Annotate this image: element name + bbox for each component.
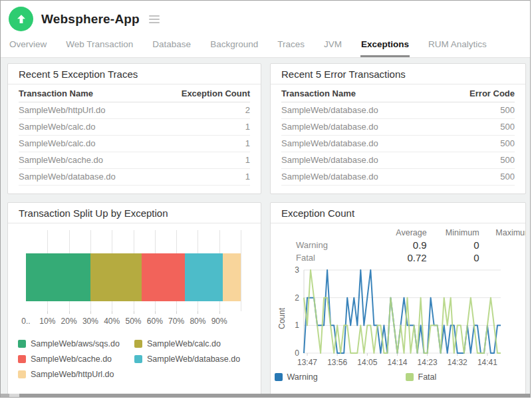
legend-swatch-icon: [406, 373, 414, 381]
legend-swatch-icon: [18, 370, 26, 378]
axis-tick-label: 14:23: [418, 358, 438, 367]
exception-count: 1: [154, 136, 250, 152]
table-row[interactable]: SampleWeb/database.do500: [281, 169, 515, 186]
exception-count: 1: [154, 119, 250, 136]
monitor-status-icon: [9, 7, 33, 31]
exception-stats-table: Average Minimum Maximum Warning 0.9 0 3: [271, 227, 525, 264]
transaction-name: SampleWeb/database.do: [281, 169, 440, 186]
stat-row-fatal: Fatal 0.72 0 3: [271, 251, 525, 264]
axis-tick: [134, 311, 134, 314]
split-bar-legend: SampleWeb/aws/sqs.doSampleWeb/calc.doSam…: [18, 339, 251, 379]
legend-swatch-icon: [134, 355, 142, 363]
panel-title: Recent 5 Exception Traces: [8, 64, 261, 84]
axis-tick-label: 14:32: [448, 358, 467, 367]
axis-tick: [90, 311, 91, 314]
x-axis-tick-label: 60%: [147, 317, 163, 326]
column-header: Transaction Name: [281, 84, 440, 102]
table-row[interactable]: SampleWeb/httpUrl.do2: [19, 102, 250, 119]
table-row[interactable]: SampleWeb/database.do500: [281, 152, 515, 169]
stat-value: 3: [481, 251, 525, 264]
legend-swatch-icon: [134, 340, 142, 348]
panel-title: Recent 5 Error Transactions: [271, 64, 525, 84]
legend-item[interactable]: SampleWeb/calc.do: [134, 339, 251, 348]
panel-error-transactions: Recent 5 Error Transactions Transaction …: [270, 63, 526, 194]
axis-tick: [69, 311, 70, 314]
exception-count: 1: [154, 169, 250, 186]
exception-count: 2: [154, 102, 250, 119]
legend-swatch-icon: [18, 355, 26, 363]
table-row[interactable]: SampleWeb/database.do500: [281, 102, 515, 119]
exception-count-chart: 012313:4713:5614:0514:1414:2314:3214:41: [287, 267, 506, 372]
bar-segment[interactable]: [142, 253, 185, 301]
stat-value: 0: [428, 239, 481, 251]
x-axis-tick-label: 20%: [61, 317, 77, 326]
column-header: Exception Count: [154, 84, 250, 102]
legend-swatch-icon: [275, 373, 283, 381]
bar-segment[interactable]: [223, 253, 241, 301]
x-axis-tick-label: 70%: [168, 317, 184, 326]
tab-background[interactable]: Background: [209, 34, 259, 57]
legend-item[interactable]: Fatal: [406, 372, 522, 382]
table-row[interactable]: SampleWeb/calc.do1: [19, 136, 250, 152]
axis-tick: [47, 311, 48, 314]
hamburger-menu-icon[interactable]: [146, 13, 162, 26]
exception-traces-table: Transaction Name Exception Count SampleW…: [19, 84, 250, 186]
gridline: [241, 230, 241, 311]
transaction-name: SampleWeb/database.do: [281, 152, 440, 169]
stat-column-header: Maximum: [481, 227, 525, 239]
legend-label: SampleWeb/aws/sqs.do: [31, 339, 120, 348]
tab-traces[interactable]: Traces: [277, 34, 305, 57]
app-header: Websphere-App Overview Web Transaction D…: [1, 1, 530, 58]
legend-item[interactable]: SampleWeb/cache.do: [18, 354, 134, 364]
table-row[interactable]: SampleWeb/cache.do1: [19, 152, 250, 169]
bar-segment[interactable]: [185, 253, 223, 301]
column-header: Transaction Name: [19, 84, 154, 102]
transaction-name: SampleWeb/httpUrl.do: [19, 102, 154, 119]
tab-bar: Overview Web Transaction Database Backgr…: [1, 34, 530, 57]
tab-web-transaction[interactable]: Web Transaction: [65, 34, 134, 57]
x-axis-tick-label: 50%: [125, 317, 141, 326]
bar-segment[interactable]: [90, 253, 142, 301]
dashboard-screen: Websphere-App Overview Web Transaction D…: [0, 0, 531, 398]
stat-value: 3: [481, 239, 525, 251]
legend-item[interactable]: Warning: [275, 372, 391, 382]
tab-rum-analytics[interactable]: RUM Analytics: [428, 34, 487, 57]
transaction-name: SampleWeb/database.do: [19, 169, 154, 186]
error-code: 500: [440, 152, 515, 169]
legend-item[interactable]: SampleWeb/httpUrl.do: [18, 370, 134, 379]
scrollbar-thumb[interactable]: [19, 394, 530, 397]
axis-tick-label: 3: [295, 267, 299, 275]
tab-database[interactable]: Database: [152, 34, 192, 57]
table-row[interactable]: SampleWeb/database.do1: [19, 169, 250, 186]
y-axis-label: Count: [277, 279, 287, 358]
legend-item[interactable]: SampleWeb/aws/sqs.do: [18, 339, 134, 348]
horizontal-scrollbar[interactable]: [1, 394, 530, 397]
panel-exception-count: Exception Count Average Minimum Maximum: [270, 202, 526, 395]
axis-tick-label: 13:47: [297, 358, 317, 367]
axis-tick: [198, 311, 198, 314]
x-axis-tick-label: 40%: [104, 317, 120, 326]
table-row[interactable]: SampleWeb/database.do500: [281, 136, 515, 152]
panel-title: Transaction Split Up by Exception: [8, 203, 261, 223]
tab-jvm[interactable]: JVM: [323, 34, 342, 57]
stat-value: 0: [428, 251, 481, 264]
error-code: 500: [440, 102, 515, 119]
stat-column-header: Minimum: [428, 227, 481, 239]
series-label: Warning: [271, 239, 362, 251]
table-row[interactable]: SampleWeb/calc.do1: [19, 119, 250, 136]
legend-item[interactable]: SampleWeb/database.do: [134, 354, 251, 364]
up-arrow-icon: [15, 13, 27, 25]
bar-segment[interactable]: [26, 253, 90, 301]
stat-value: 0.9: [362, 239, 428, 251]
tab-overview[interactable]: Overview: [9, 34, 47, 57]
split-bar-plot: 0..10%20%30%40%50%60%70%80%90%: [26, 229, 241, 330]
table-row[interactable]: SampleWeb/database.do500: [281, 119, 515, 136]
axis-tick-label: 1: [295, 321, 299, 330]
tab-exceptions[interactable]: Exceptions: [360, 34, 410, 57]
axis-tick-label: 14:14: [387, 358, 407, 367]
legend-label: SampleWeb/calc.do: [147, 339, 221, 348]
column-header: Error Code: [440, 84, 515, 102]
axis-tick: [219, 311, 220, 314]
error-transactions-table: Transaction Name Error Code SampleWeb/da…: [281, 84, 515, 186]
axis-tick: [176, 311, 177, 314]
